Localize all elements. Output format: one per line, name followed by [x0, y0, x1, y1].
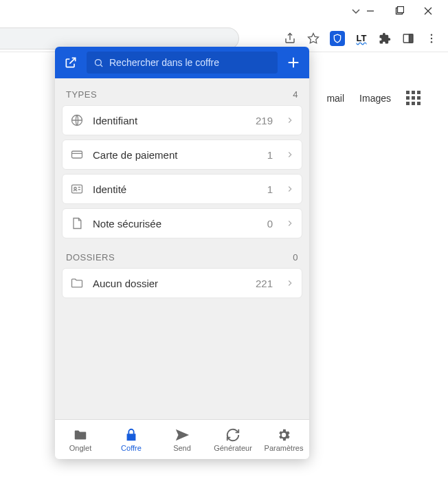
id-icon	[69, 181, 85, 197]
minimize-button[interactable]	[364, 5, 377, 17]
svg-point-13	[96, 59, 102, 65]
types-title: TYPES	[66, 89, 97, 100]
footer-tab-coffre[interactable]: Coffre	[109, 427, 153, 452]
svg-rect-9	[410, 34, 413, 43]
footer-tab-label: Coffre	[121, 444, 142, 452]
popout-button[interactable]	[62, 54, 80, 71]
gmail-link[interactable]: mail	[326, 93, 344, 104]
sidepanel-icon[interactable]	[401, 32, 415, 45]
refresh-icon	[225, 427, 240, 443]
chevron-right-icon	[285, 219, 295, 228]
list-row[interactable]: Note sécurisée0	[62, 208, 302, 238]
images-link[interactable]: Images	[359, 93, 391, 104]
svg-marker-6	[309, 33, 319, 43]
extensions-icon[interactable]	[378, 32, 392, 45]
footer-tab-paramètres[interactable]: Paramètres	[262, 427, 306, 452]
svg-point-11	[431, 37, 432, 38]
types-section-header: TYPES 4	[62, 85, 302, 105]
search-input[interactable]	[109, 57, 271, 68]
kebab-menu-icon[interactable]	[425, 32, 438, 45]
svg-point-21	[74, 188, 76, 190]
row-count: 1	[267, 149, 273, 161]
lock-icon	[124, 427, 139, 443]
bookmark-star-icon[interactable]	[306, 32, 320, 45]
maximize-button[interactable]	[393, 5, 405, 17]
popup-body: TYPES 4 Identifiant219Carte de paiement1…	[55, 78, 309, 419]
send-icon	[175, 427, 190, 443]
svg-rect-2	[398, 7, 404, 13]
folders-section-header: DOSSIERS 0	[62, 248, 302, 268]
row-label: Aucun dossier	[93, 278, 247, 289]
window-controls	[364, 0, 448, 22]
types-list: Identifiant219Carte de paiement1Identité…	[62, 105, 302, 238]
row-count: 1	[267, 183, 273, 195]
google-header-links: mail Images	[326, 91, 421, 105]
folders-list: Aucun dossier221	[62, 268, 302, 298]
bitwarden-extension-icon[interactable]	[330, 31, 345, 46]
gear-icon	[276, 427, 291, 443]
types-count: 4	[293, 89, 298, 100]
svg-point-10	[431, 34, 432, 35]
languagetool-extension-icon[interactable]: LT	[355, 32, 368, 45]
popup-footer: OngletCoffreSendGénérateurParamètres	[55, 419, 309, 459]
row-label: Note sécurisée	[93, 218, 259, 230]
list-row[interactable]: Identité1	[62, 174, 302, 204]
row-count: 219	[256, 115, 273, 126]
apps-grid-icon[interactable]	[406, 91, 421, 105]
svg-line-14	[100, 65, 102, 67]
row-label: Carte de paiement	[93, 149, 259, 161]
list-row[interactable]: Identifiant219	[62, 105, 302, 135]
footer-tab-send[interactable]: Send	[160, 427, 204, 452]
svg-rect-20	[72, 185, 82, 193]
folder-icon	[69, 276, 85, 291]
chevron-right-icon	[285, 184, 295, 194]
bitwarden-popup: TYPES 4 Identifiant219Carte de paiement1…	[55, 47, 309, 459]
globe-icon	[69, 113, 85, 128]
footer-tab-onglet[interactable]: Onglet	[58, 427, 102, 452]
search-icon	[93, 58, 104, 68]
folders-count: 0	[293, 252, 298, 262]
footer-tab-label: Générateur	[214, 444, 252, 452]
row-count: 0	[267, 218, 273, 230]
row-label: Identifiant	[93, 115, 247, 126]
chevron-right-icon	[285, 278, 295, 288]
footer-tab-label: Send	[173, 444, 191, 452]
row-count: 221	[256, 278, 273, 289]
note-icon	[69, 216, 85, 231]
add-item-button[interactable]	[284, 54, 302, 71]
folders-title: DOSSIERS	[66, 252, 115, 262]
chevron-right-icon	[285, 115, 295, 125]
row-label: Identité	[93, 183, 259, 195]
folder-tab-icon	[73, 427, 88, 443]
svg-rect-18	[72, 151, 82, 158]
popup-header	[55, 47, 309, 78]
share-icon[interactable]	[283, 32, 297, 45]
footer-tab-label: Paramètres	[265, 444, 304, 452]
tab-dropdown-chevron[interactable]	[350, 5, 361, 16]
chevron-right-icon	[285, 150, 295, 159]
list-row[interactable]: Aucun dossier221	[62, 268, 302, 298]
footer-tab-label: Onglet	[69, 444, 91, 452]
search-box[interactable]	[87, 52, 278, 74]
svg-point-12	[431, 41, 432, 43]
close-button[interactable]	[422, 5, 434, 17]
footer-tab-générateur[interactable]: Générateur	[211, 427, 255, 452]
card-icon	[69, 147, 85, 162]
list-row[interactable]: Carte de paiement1	[62, 139, 302, 170]
